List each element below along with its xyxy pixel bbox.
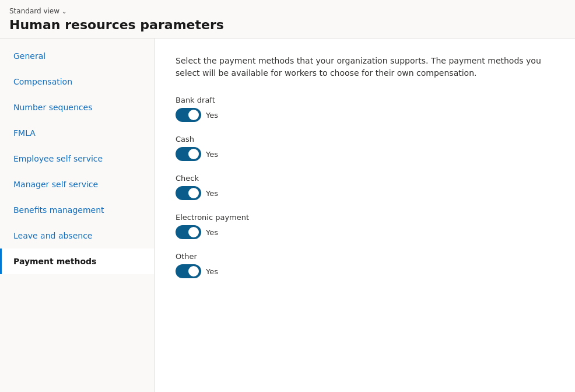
- payment-methods-list: Bank draftYesCashYesCheckYesElectronic p…: [176, 96, 554, 278]
- sidebar-item-payment-methods[interactable]: Payment methods: [0, 249, 154, 274]
- toggle-track-cash: [176, 147, 201, 161]
- page-header: Standard view ⌄ Human resources paramete…: [0, 0, 575, 38]
- toggle-track-other: [176, 264, 201, 278]
- toggle-check[interactable]: [176, 186, 201, 200]
- payment-method-label-bank-draft: Bank draft: [176, 96, 554, 104]
- toggle-value-electronic-payment: Yes: [206, 228, 218, 237]
- description-text: Select the payment methods that your org…: [176, 55, 554, 79]
- payment-method-label-check: Check: [176, 174, 554, 183]
- payment-method-row-electronic-payment: Electronic paymentYes: [176, 213, 554, 239]
- toggle-bank-draft[interactable]: [176, 108, 201, 122]
- sidebar-item-manager-self-service[interactable]: Manager self service: [0, 172, 154, 197]
- toggle-track-check: [176, 186, 201, 200]
- sidebar-item-employee-self-service[interactable]: Employee self service: [0, 146, 154, 172]
- toggle-thumb-electronic-payment: [188, 227, 199, 237]
- toggle-value-bank-draft: Yes: [206, 111, 218, 120]
- standard-view-button[interactable]: Standard view ⌄: [9, 7, 566, 15]
- payment-method-row-bank-draft: Bank draftYes: [176, 96, 554, 122]
- sidebar-item-leave-and-absence[interactable]: Leave and absence: [0, 223, 154, 249]
- toggle-thumb-other: [188, 266, 199, 276]
- payment-method-row-check: CheckYes: [176, 174, 554, 200]
- page-title: Human resources parameters: [9, 18, 566, 32]
- toggle-value-cash: Yes: [206, 150, 218, 159]
- toggle-cash[interactable]: [176, 147, 201, 161]
- sidebar-item-fmla[interactable]: FMLA: [0, 120, 154, 146]
- payment-method-label-electronic-payment: Electronic payment: [176, 213, 554, 222]
- sidebar-item-compensation[interactable]: Compensation: [0, 69, 154, 94]
- sidebar-item-number-sequences[interactable]: Number sequences: [0, 94, 154, 120]
- toggle-thumb-cash: [188, 149, 199, 159]
- payment-method-row-other: OtherYes: [176, 252, 554, 278]
- payment-method-row-cash: CashYes: [176, 135, 554, 161]
- toggle-thumb-check: [188, 188, 199, 198]
- toggle-row-cash: Yes: [176, 147, 554, 161]
- main-content: Select the payment methods that your org…: [155, 38, 575, 392]
- chevron-down-icon: ⌄: [62, 8, 66, 15]
- toggle-row-bank-draft: Yes: [176, 108, 554, 122]
- sidebar-item-general[interactable]: General: [0, 43, 154, 69]
- payment-method-label-other: Other: [176, 252, 554, 261]
- standard-view-label: Standard view: [9, 7, 59, 15]
- toggle-row-electronic-payment: Yes: [176, 225, 554, 239]
- page-wrapper: Standard view ⌄ Human resources paramete…: [0, 0, 575, 392]
- payment-method-label-cash: Cash: [176, 135, 554, 144]
- toggle-value-other: Yes: [206, 267, 218, 276]
- sidebar: GeneralCompensationNumber sequencesFMLAE…: [0, 38, 155, 392]
- toggle-row-other: Yes: [176, 264, 554, 278]
- toggle-track-electronic-payment: [176, 225, 201, 239]
- content-area: GeneralCompensationNumber sequencesFMLAE…: [0, 38, 575, 392]
- sidebar-item-benefits-management[interactable]: Benefits management: [0, 197, 154, 223]
- toggle-row-check: Yes: [176, 186, 554, 200]
- toggle-thumb-bank-draft: [188, 110, 199, 120]
- toggle-value-check: Yes: [206, 189, 218, 198]
- toggle-electronic-payment[interactable]: [176, 225, 201, 239]
- toggle-track-bank-draft: [176, 108, 201, 122]
- toggle-other[interactable]: [176, 264, 201, 278]
